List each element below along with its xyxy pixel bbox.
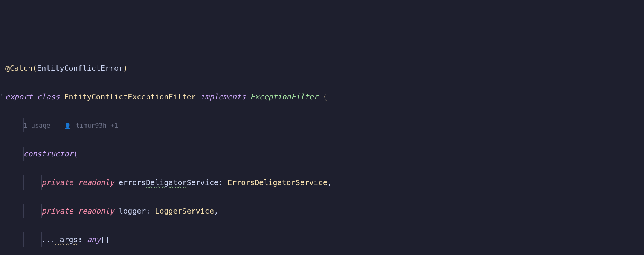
paren-close: ) <box>123 64 128 73</box>
colon: : <box>146 206 155 216</box>
interface-name: ExceptionFilter <box>250 92 318 101</box>
code-line-inlay-hints[interactable]: 1 usage 👤 timur93h +1 <box>0 118 644 132</box>
brackets: [] <box>101 235 110 244</box>
param-name-squiggle: Deligator <box>146 178 186 187</box>
class-name: EntityConflictExceptionFilter <box>64 92 196 101</box>
decorator-at: @ <box>5 64 10 73</box>
code-line-constructor[interactable]: constructor( <box>0 147 644 161</box>
colon: : <box>78 235 87 244</box>
spread: ... <box>41 235 55 244</box>
param-name: logger <box>119 206 146 216</box>
code-line-param2[interactable]: private readonly logger: LoggerService, <box>0 204 644 218</box>
colon: : <box>218 178 227 187</box>
comma: , <box>327 178 332 187</box>
person-icon: 👤 <box>64 123 71 129</box>
param-type: ErrorsDeligatorService <box>227 178 327 187</box>
param-name-suffix: Service <box>187 178 218 187</box>
private-modifier: private <box>41 178 73 187</box>
param-type: LoggerService <box>155 206 214 216</box>
brace-open: { <box>318 92 327 101</box>
constructor-keyword: constructor <box>23 149 73 158</box>
class-keyword: class <box>37 92 60 101</box>
error-type: EntityConflictError <box>37 64 123 73</box>
usage-hint[interactable]: 1 usage <box>23 122 50 129</box>
private-modifier: private <box>41 206 73 216</box>
paren-open: ( <box>73 149 78 158</box>
fold-icon[interactable]: ▾ <box>0 90 5 100</box>
export-keyword: export <box>5 92 32 101</box>
decorator-name: Catch <box>10 64 32 73</box>
readonly-modifier: readonly <box>78 178 114 187</box>
paren-open: ( <box>32 64 37 73</box>
implements-keyword: implements <box>200 92 246 101</box>
code-line-decorator[interactable]: @Catch(EntityConflictError) <box>0 61 644 75</box>
any-type: any <box>87 235 101 244</box>
code-line-class-decl[interactable]: ▾export class EntityConflictExceptionFil… <box>0 90 644 104</box>
args-param: _args <box>55 235 78 244</box>
comma: , <box>214 206 218 216</box>
author-hint[interactable]: timur93h +1 <box>76 122 118 129</box>
param-name-prefix: errors <box>119 178 146 187</box>
code-line-param1[interactable]: private readonly errorsDeligatorService:… <box>0 175 644 190</box>
code-line-param3[interactable]: ..._args: any[] <box>0 232 644 247</box>
readonly-modifier: readonly <box>78 206 114 216</box>
